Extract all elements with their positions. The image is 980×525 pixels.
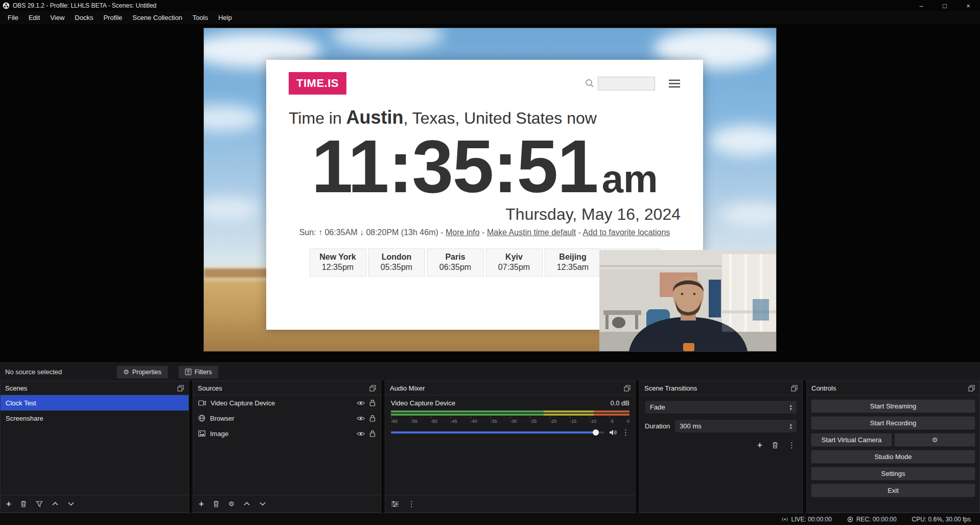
mixer-channel-name: Video Capture Device	[391, 399, 455, 407]
window-title: OBS 29.1.2 - Profile: LLHLS BETA - Scene…	[13, 2, 156, 9]
lock-icon[interactable]	[369, 399, 376, 406]
audio-mixer-panel: Audio Mixer Video Capture Device 0.0 dB …	[385, 381, 636, 513]
volume-meter: -60-55-50-45-40-35-30-25-20-15-10-50	[391, 410, 629, 424]
advanced-audio-icon[interactable]	[391, 500, 399, 508]
video-capture-icon	[198, 400, 206, 406]
live-status: LIVE: 00:00:00	[782, 516, 831, 523]
transition-options-kebab-icon[interactable]: ⋮	[788, 441, 796, 449]
cpu-status: CPU: 0.6%, 30.00 fps	[912, 516, 971, 523]
add-scene-button[interactable]: +	[6, 499, 11, 508]
volume-slider[interactable]	[391, 431, 604, 433]
scene-transitions-panel: Scene Transitions Fade ▴▾ Duration 300 m…	[639, 381, 803, 513]
clock-ampm: am	[602, 157, 658, 200]
city-cell: Kyiv07:35pm	[486, 248, 543, 277]
dock-area: Scenes Clock Test Screenshare +	[0, 381, 980, 513]
city-cell: Paris06:35pm	[427, 248, 484, 277]
menu-help[interactable]: Help	[213, 11, 237, 24]
minimize-icon: –	[919, 2, 923, 10]
source-item-image[interactable]: Image	[193, 426, 381, 441]
scene-item-screenshare[interactable]: Screenshare	[1, 410, 189, 426]
image-icon	[198, 430, 205, 437]
source-item-browser[interactable]: Browser	[193, 410, 381, 426]
remove-scene-button[interactable]	[20, 500, 27, 508]
cloud-decoration	[720, 202, 776, 226]
preview-canvas[interactable]: TIME.IS Time in Austin, Texas, United St…	[204, 28, 776, 351]
popout-icon[interactable]	[177, 385, 184, 392]
city-cell: Beijing12:35am	[545, 248, 601, 277]
sources-panel-title: Sources	[198, 384, 222, 392]
filters-button[interactable]: Filters	[178, 366, 219, 379]
no-source-selected-label: No source selected	[5, 368, 116, 376]
status-bar: LIVE: 00:00:00 REC: 00:00:00 CPU: 0.6%, …	[0, 513, 980, 525]
visibility-eye-icon[interactable]	[357, 400, 365, 406]
add-transition-button[interactable]: +	[757, 441, 762, 449]
mixer-options-kebab-icon[interactable]: ⋮	[622, 428, 629, 436]
minimize-button[interactable]: –	[909, 0, 933, 11]
timeis-search	[585, 77, 655, 90]
volume-slider-handle[interactable]	[593, 429, 599, 436]
lock-icon[interactable]	[369, 415, 376, 422]
timeis-header: TIME.IS	[266, 60, 703, 95]
visibility-eye-icon[interactable]	[357, 431, 365, 437]
scenes-panel: Scenes Clock Test Screenshare +	[0, 381, 189, 513]
mixer-menu-kebab-icon[interactable]: ⋮	[408, 500, 415, 508]
source-properties-gear-icon[interactable]: ⚙	[228, 500, 235, 507]
popout-icon[interactable]	[968, 385, 975, 392]
menu-docks[interactable]: Docks	[69, 11, 98, 24]
clock-time: 11:35:51	[311, 125, 597, 208]
duration-spinbox[interactable]: 300 ms ▴▾	[674, 419, 797, 433]
lock-icon[interactable]	[369, 430, 376, 437]
virtual-camera-settings-button[interactable]: ⚙	[894, 433, 975, 447]
exit-button[interactable]: Exit	[811, 484, 975, 497]
duration-label: Duration	[645, 422, 670, 430]
select-spinner-icon: ▴▾	[789, 404, 792, 411]
sources-panel: Sources Video Capture Device	[193, 381, 381, 513]
menu-edit[interactable]: Edit	[24, 11, 45, 24]
spinbox-arrows-icon[interactable]: ▴▾	[789, 423, 792, 430]
move-source-up-button[interactable]	[243, 501, 250, 506]
start-virtual-camera-button[interactable]: Start Virtual Camera	[811, 433, 892, 447]
start-recording-button[interactable]: Start Recording	[811, 416, 975, 430]
speaker-icon[interactable]	[609, 429, 617, 436]
move-source-down-button[interactable]	[259, 501, 266, 506]
properties-button[interactable]: ⚙ Properties	[116, 366, 168, 379]
popout-icon[interactable]	[791, 385, 798, 392]
browser-globe-icon	[198, 415, 205, 422]
title-bar: OBS 29.1.2 - Profile: LLHLS BETA - Scene…	[0, 0, 980, 11]
controls-panel: Controls Start Streaming Start Recording…	[806, 381, 980, 513]
gear-icon: ⚙	[932, 437, 938, 443]
favorite-link: Add to favorite locations	[583, 228, 670, 237]
popout-icon[interactable]	[369, 385, 376, 392]
studio-mode-button[interactable]: Studio Mode	[811, 450, 975, 464]
remove-transition-button[interactable]	[772, 441, 779, 449]
close-icon: ×	[966, 2, 970, 10]
source-item-video-capture[interactable]: Video Capture Device	[193, 395, 381, 410]
timeis-logo: TIME.IS	[289, 72, 346, 95]
menu-file[interactable]: File	[3, 11, 24, 24]
maximize-button[interactable]: □	[933, 0, 956, 11]
scenes-panel-title: Scenes	[5, 384, 27, 392]
mesa-decoration	[204, 268, 270, 278]
menu-profile[interactable]: Profile	[98, 11, 127, 24]
menu-view[interactable]: View	[45, 11, 69, 24]
meter-tick-marks	[391, 417, 629, 418]
start-streaming-button[interactable]: Start Streaming	[811, 399, 975, 413]
webcam-video	[599, 250, 776, 351]
cloud-decoration	[204, 197, 260, 220]
transition-select[interactable]: Fade ▴▾	[645, 400, 797, 414]
remove-source-button[interactable]	[213, 500, 220, 508]
settings-button[interactable]: Settings	[811, 467, 975, 481]
webcam-overlay[interactable]	[599, 250, 776, 351]
move-scene-down-button[interactable]	[67, 501, 75, 506]
add-source-button[interactable]: +	[199, 499, 204, 508]
popout-icon[interactable]	[624, 385, 631, 392]
search-field	[598, 77, 655, 90]
scene-item-clock-test[interactable]: Clock Test	[1, 395, 189, 410]
menu-tools[interactable]: Tools	[188, 11, 213, 24]
visibility-eye-icon[interactable]	[357, 416, 365, 421]
filter-icon	[185, 369, 192, 375]
scene-filters-button[interactable]	[36, 500, 43, 508]
menu-scene-collection[interactable]: Scene Collection	[127, 11, 188, 24]
move-scene-up-button[interactable]	[52, 501, 59, 506]
close-button[interactable]: ×	[956, 0, 980, 11]
